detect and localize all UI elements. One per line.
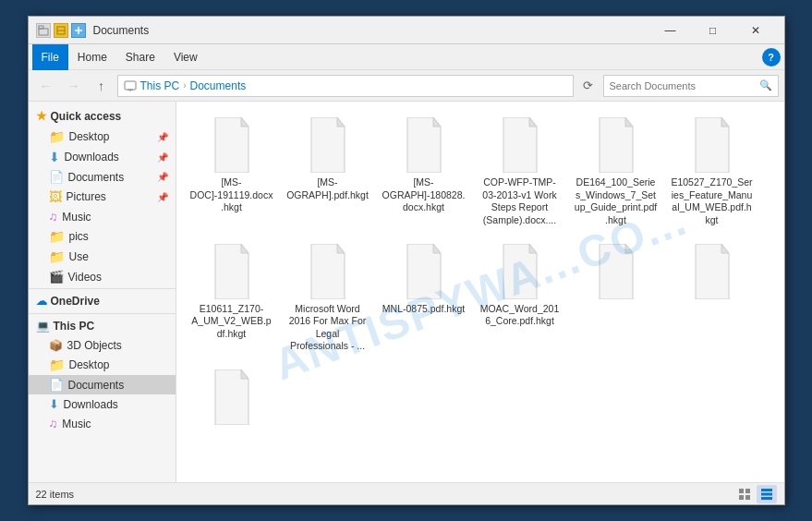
sidebar-thispc-header[interactable]: 💻 This PC [29, 316, 176, 336]
svg-marker-10 [241, 117, 248, 127]
menu-share[interactable]: Share [116, 44, 164, 70]
sidebar-onedrive-header[interactable]: ☁ OneDrive [29, 291, 176, 311]
file-icon-3 [400, 117, 448, 173]
file-item-6[interactable]: E10527_Z170_Series_Feature_Manual_UM_WEB… [666, 111, 758, 234]
content-area: ANTISPYWA...CO... [MS-DOC]-191119.docx.h… [176, 102, 784, 482]
documents-folder-icon: 📄 [49, 170, 64, 184]
sidebar-item-pictures[interactable]: 🖼 Pictures 📌 [29, 187, 176, 207]
sidebar-item-videos-label: Videos [68, 271, 102, 284]
address-bar: ← → ↑ This PC › Documents ⟳ 🔍 [29, 70, 784, 102]
file-item-5[interactable]: DE164_100_Series_Windows_7_Setup_Guide_p… [570, 111, 662, 234]
file-icon-8 [304, 244, 352, 299]
maximize-button[interactable]: □ [692, 17, 734, 44]
svg-marker-16 [529, 117, 537, 127]
sidebar-item-music[interactable]: ♫ Music [29, 207, 176, 226]
file-item-8[interactable]: Microsoft Word 2016 For Max For Legal Pr… [282, 237, 374, 360]
svg-rect-6 [125, 81, 136, 90]
sidebar-item-downloads2[interactable]: ⬇ Downloads [29, 394, 176, 414]
sidebar-item-documents[interactable]: 📄 Documents 📌 [29, 167, 176, 187]
svg-marker-34 [241, 370, 248, 379]
svg-rect-1 [39, 26, 43, 29]
file-item-11[interactable] [570, 237, 662, 360]
file-name-4: COP-WFP-TMP-03-2013-v1 Work Steps Report… [479, 176, 562, 227]
status-bar: 22 items [29, 482, 784, 504]
sidebar-quick-access-header[interactable]: ★ Quick access [29, 105, 176, 127]
file-name-3: [MS-OGRAPH]-180828.docx.hkgt [382, 176, 466, 214]
menu-view[interactable]: View [164, 44, 207, 70]
file-icon-12 [688, 244, 736, 299]
computer-icon [124, 79, 137, 92]
sidebar-item-downloads[interactable]: ⬇ Downloads 📌 [29, 147, 176, 167]
grid-view-button[interactable] [734, 485, 755, 503]
title-icon-2 [54, 23, 68, 38]
file-item-2[interactable]: [MS-OGRAPH].pdf.hkgt [282, 111, 374, 234]
sidebar-item-music-label: Music [62, 211, 91, 224]
sidebar-item-desktop2[interactable]: 📁 Desktop [29, 355, 176, 375]
sidebar-item-downloads-label: Downloads [65, 151, 119, 164]
breadcrumb-pc[interactable]: This PC [140, 79, 180, 92]
search-input[interactable] [610, 80, 756, 91]
file-item-13[interactable] [186, 363, 278, 435]
desktop-folder-icon: 📁 [49, 129, 65, 144]
title-controls: — □ ✕ [649, 17, 777, 44]
svg-marker-24 [337, 244, 345, 253]
videos-icon: 🎬 [49, 270, 64, 284]
file-item-7[interactable]: E10611_Z170-A_UM_V2_WEB.pdf.hkgt [186, 237, 278, 360]
search-icon[interactable]: 🔍 [759, 79, 772, 91]
sidebar-item-desktop[interactable]: 📁 Desktop 📌 [29, 127, 176, 147]
file-item-3[interactable]: [MS-OGRAPH]-180828.docx.hkgt [378, 111, 470, 234]
sidebar-item-pics[interactable]: 📁 pics [29, 226, 176, 247]
back-button[interactable]: ← [34, 74, 58, 98]
sidebar-item-music2[interactable]: ♫ Music [29, 414, 176, 433]
item-count: 22 items [36, 489, 75, 500]
file-icon-10 [496, 244, 544, 299]
file-name-8: Microsoft Word 2016 For Max For Legal Pr… [286, 303, 370, 354]
forward-button[interactable]: → [62, 74, 86, 98]
sidebar-item-use[interactable]: 📁 Use [29, 247, 176, 267]
file-name-5: DE164_100_Series_Windows_7_Setup_Guide_p… [575, 176, 658, 227]
breadcrumb-folder[interactable]: Documents [190, 79, 247, 92]
sidebar-item-3dobjects-label: 3D Objects [67, 339, 122, 352]
sidebar-item-documents2[interactable]: 📄 Documents [29, 375, 176, 394]
menu-home[interactable]: Home [68, 44, 116, 70]
menu-file[interactable]: File [32, 44, 68, 70]
file-name-6: E10527_Z170_Series_Feature_Manual_UM_WEB… [671, 176, 754, 227]
close-button[interactable]: ✕ [734, 17, 777, 44]
sidebar-item-documents-label: Documents [68, 171, 125, 184]
file-item-9[interactable]: MNL-0875.pdf.hkgt [378, 237, 470, 360]
sidebar-item-3dobjects[interactable]: 📦 3D Objects [29, 336, 176, 355]
file-name-2: [MS-OGRAPH].pdf.hkgt [286, 176, 370, 201]
sidebar-item-downloads2-label: Downloads [64, 398, 118, 411]
sidebar-item-music2-label: Music [62, 418, 91, 430]
pin-icon-desktop: 📌 [157, 132, 168, 142]
file-name-9: MNL-0875.pdf.hkgt [382, 303, 465, 316]
3dobjects-icon: 📦 [49, 339, 63, 352]
file-item-10[interactable]: MOAC_Word_2016_Core.pdf.hkgt [474, 237, 566, 360]
pictures-folder-icon: 🖼 [49, 189, 62, 204]
sidebar-divider-2 [29, 313, 176, 314]
refresh-button[interactable]: ⟳ [577, 75, 600, 97]
file-name-1: [MS-DOC]-191119.docx.hkgt [190, 176, 273, 214]
file-icon-11 [592, 244, 640, 299]
view-controls [734, 485, 777, 503]
explorer-window: Documents — □ ✕ File Home Share View ? ←… [28, 16, 785, 505]
list-view-button[interactable] [757, 485, 777, 503]
title-icon-3 [71, 23, 86, 38]
svg-marker-20 [721, 117, 729, 127]
svg-marker-18 [625, 117, 633, 127]
file-icon-4 [496, 117, 544, 173]
sidebar-item-videos[interactable]: 🎬 Videos [29, 267, 176, 286]
up-button[interactable]: ↑ [90, 74, 114, 98]
music2-icon: ♫ [49, 417, 58, 430]
file-item-4[interactable]: COP-WFP-TMP-03-2013-v1 Work Steps Report… [474, 111, 566, 234]
quick-access-label: Quick access [51, 110, 122, 123]
onedrive-label: OneDrive [51, 295, 100, 308]
sidebar: ★ Quick access 📁 Desktop 📌 ⬇ Downloads 📌… [29, 102, 176, 482]
file-icon-2 [304, 117, 352, 173]
file-icon-13 [208, 370, 256, 425]
svg-rect-40 [761, 492, 772, 495]
menu-help[interactable]: ? [762, 48, 781, 67]
minimize-button[interactable]: — [649, 17, 692, 44]
file-item-12[interactable] [666, 237, 758, 360]
file-item-1[interactable]: [MS-DOC]-191119.docx.hkgt [186, 111, 278, 234]
